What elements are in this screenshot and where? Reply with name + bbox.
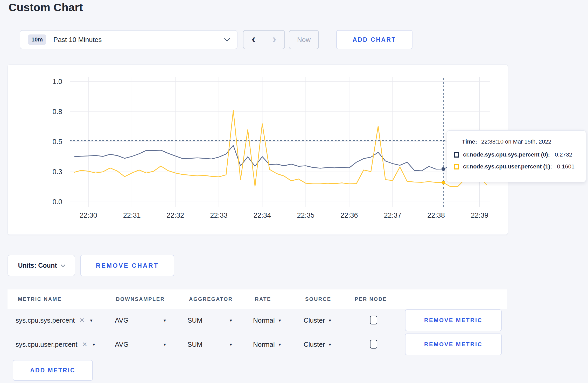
time-range-badge: 10m bbox=[28, 34, 46, 45]
clear-metric-icon[interactable]: ✕ bbox=[82, 341, 87, 348]
series-swatch-icon bbox=[454, 164, 459, 169]
dropdown-arrow-icon: ▼ bbox=[229, 318, 233, 323]
metric-name-select[interactable]: sys.cpu.user.percent ✕ ▼ bbox=[16, 334, 96, 355]
x-tick-label: 22:34 bbox=[254, 211, 271, 219]
metric-row: sys.cpu.user.percent ✕ ▼ AVG ▼ SUM ▼ Nor… bbox=[8, 334, 507, 355]
x-tick-label: 22:32 bbox=[166, 211, 184, 219]
previous-range-button[interactable]: ‹ bbox=[243, 31, 264, 49]
tooltip-time-value: 22:38:10 on Mar 15th, 2022 bbox=[481, 138, 551, 145]
per-node-checkbox[interactable] bbox=[370, 316, 377, 324]
downsampler-value: AVG bbox=[115, 316, 129, 324]
tooltip-series-row: cr.node.sys.cpu.sys.percent (0): 0.2732 bbox=[454, 151, 579, 158]
tooltip-series-name: cr.node.sys.cpu.sys.percent (0): bbox=[463, 151, 550, 158]
source-select[interactable]: Cluster ▼ bbox=[304, 309, 332, 331]
toolbar-left-divider bbox=[8, 30, 8, 49]
source-select[interactable]: Cluster ▼ bbox=[304, 334, 332, 355]
chart-plot[interactable]: 22:3022:3122:3222:3322:3422:3522:3622:37… bbox=[8, 65, 508, 235]
next-range-button[interactable]: › bbox=[264, 31, 284, 49]
metric-row: sys.cpu.sys.percent ✕ ▼ AVG ▼ SUM ▼ Norm… bbox=[8, 309, 507, 331]
remove-metric-button[interactable]: REMOVE METRIC bbox=[405, 309, 502, 331]
tooltip-series-value: 0.1601 bbox=[557, 163, 575, 170]
dropdown-arrow-icon: ▼ bbox=[328, 342, 332, 347]
tooltip-series-value: 0.2732 bbox=[555, 151, 572, 158]
tooltip-series-row: cr.node.sys.cpu.user.percent (1): 0.1601 bbox=[454, 163, 579, 170]
custom-chart-page: { "page": { "title": "Custom Chart" }, "… bbox=[0, 0, 588, 383]
hover-point-dot bbox=[442, 181, 445, 185]
aggregator-arrow[interactable]: ▼ bbox=[229, 309, 233, 331]
rate-value: Normal bbox=[253, 341, 275, 349]
downsampler-arrow[interactable]: ▼ bbox=[163, 309, 167, 331]
x-tick-label: 22:38 bbox=[427, 211, 445, 219]
dropdown-arrow-icon: ▼ bbox=[278, 318, 282, 323]
rate-value: Normal bbox=[253, 316, 275, 324]
x-tick-label: 22:31 bbox=[123, 211, 141, 219]
series-line-0 bbox=[74, 145, 487, 171]
units-label: Units: Count bbox=[18, 262, 57, 269]
x-tick-label: 22:30 bbox=[80, 211, 97, 219]
dropdown-arrow-icon: ▼ bbox=[229, 342, 233, 347]
dropdown-arrow-icon: ▼ bbox=[92, 342, 96, 347]
dropdown-arrow-icon: ▼ bbox=[328, 318, 332, 323]
source-value: Cluster bbox=[304, 316, 325, 324]
rate-select[interactable]: Normal ▼ bbox=[253, 309, 282, 331]
chevron-down-icon bbox=[61, 263, 65, 267]
dropdown-arrow-icon: ▼ bbox=[278, 342, 282, 347]
tooltip-time-label: Time: bbox=[462, 138, 477, 145]
clear-metric-icon[interactable]: ✕ bbox=[79, 317, 85, 324]
column-header-metric-name: METRIC NAME bbox=[18, 289, 62, 309]
rate-select[interactable]: Normal ▼ bbox=[253, 334, 282, 355]
remove-metric-button[interactable]: REMOVE METRIC bbox=[405, 334, 502, 355]
aggregator-value: SUM bbox=[187, 316, 202, 324]
column-header-rate: RATE bbox=[255, 289, 271, 309]
downsampler-value: AVG bbox=[115, 341, 129, 349]
add-metric-button[interactable]: ADD METRIC bbox=[13, 360, 93, 381]
series-swatch-icon bbox=[454, 152, 459, 158]
per-node-checkbox[interactable] bbox=[370, 340, 377, 349]
time-shift-button-group: ‹ › bbox=[243, 30, 285, 49]
aggregator-arrow[interactable]: ▼ bbox=[229, 334, 233, 355]
dropdown-arrow-icon: ▼ bbox=[89, 318, 93, 323]
aggregator-value: SUM bbox=[187, 341, 202, 349]
aggregator-select[interactable]: SUM bbox=[187, 309, 202, 331]
tooltip-series-name: cr.node.sys.cpu.user.percent (1): bbox=[463, 163, 552, 170]
y-tick-label: 0.5 bbox=[52, 138, 62, 146]
aggregator-select[interactable]: SUM bbox=[187, 334, 202, 355]
x-tick-label: 22:33 bbox=[210, 211, 228, 219]
x-tick-label: 22:35 bbox=[297, 211, 314, 219]
chart-card: 22:3022:3122:3222:3322:3422:3522:3622:37… bbox=[8, 65, 508, 235]
time-range-select[interactable]: 10m Past 10 Minutes bbox=[20, 30, 237, 49]
dropdown-arrow-icon: ▼ bbox=[163, 342, 167, 347]
y-tick-label: 0.3 bbox=[52, 168, 62, 176]
x-tick-label: 22:39 bbox=[471, 211, 488, 219]
metric-name-select[interactable]: sys.cpu.sys.percent ✕ ▼ bbox=[16, 309, 93, 331]
metrics-table-header: METRIC NAME DOWNSAMPLER AGGREGATOR RATE … bbox=[8, 289, 507, 309]
downsampler-select[interactable]: AVG bbox=[115, 334, 129, 355]
x-tick-label: 22:36 bbox=[340, 211, 358, 219]
add-chart-button[interactable]: ADD CHART bbox=[336, 30, 412, 49]
remove-chart-button[interactable]: REMOVE CHART bbox=[80, 255, 174, 276]
column-header-per-node: PER NODE bbox=[355, 289, 387, 309]
metric-name-value: sys.cpu.user.percent bbox=[16, 341, 77, 349]
units-select[interactable]: Units: Count bbox=[8, 255, 75, 276]
series-line-1 bbox=[74, 110, 487, 187]
y-tick-label: 0.8 bbox=[52, 108, 62, 116]
y-tick-label: 1.0 bbox=[52, 78, 62, 86]
chevron-right-icon: › bbox=[272, 33, 276, 45]
downsampler-arrow[interactable]: ▼ bbox=[163, 334, 167, 355]
chevron-left-icon: ‹ bbox=[252, 33, 256, 45]
time-range-label: Past 10 Minutes bbox=[53, 36, 102, 44]
source-value: Cluster bbox=[304, 341, 325, 349]
x-tick-label: 22:37 bbox=[384, 211, 402, 219]
chart-hover-tooltip: Time: 22:38:10 on Mar 15th, 2022 cr.node… bbox=[447, 130, 586, 182]
metric-name-value: sys.cpu.sys.percent bbox=[16, 316, 75, 324]
chevron-down-icon bbox=[224, 36, 230, 42]
column-header-downsampler: DOWNSAMPLER bbox=[116, 289, 165, 309]
page-title: Custom Chart bbox=[9, 1, 83, 14]
y-tick-label: 0.0 bbox=[52, 198, 62, 206]
hover-point-dot bbox=[442, 167, 445, 171]
dropdown-arrow-icon: ▼ bbox=[163, 318, 167, 323]
column-header-source: SOURCE bbox=[305, 289, 331, 309]
now-button[interactable]: Now bbox=[289, 30, 319, 49]
column-header-aggregator: AGGREGATOR bbox=[189, 289, 233, 309]
downsampler-select[interactable]: AVG bbox=[115, 309, 129, 331]
